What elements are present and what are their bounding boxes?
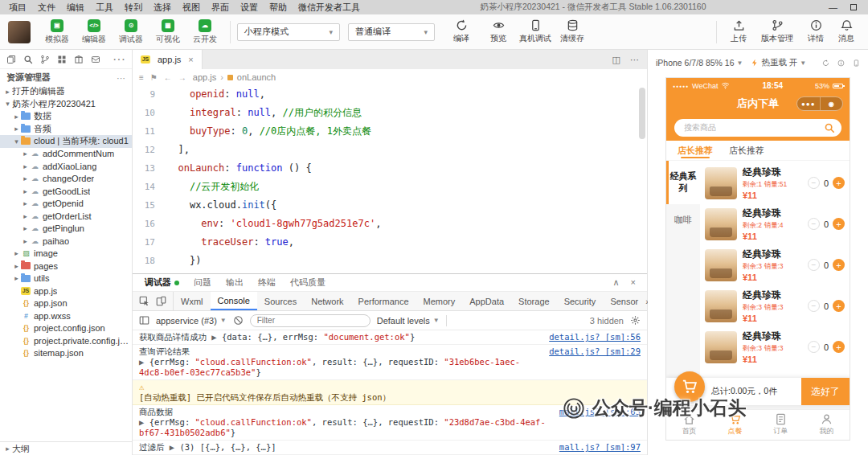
code-line[interactable]: 14 //云开发初始化 [133, 178, 647, 196]
code-line[interactable]: 10 integral: null, //用户的积分信息 [133, 104, 647, 122]
hot-reload-toggle[interactable]: 热重载 开▼ [751, 57, 806, 68]
inspect-element-icon[interactable] [139, 296, 149, 306]
debugger-tab-代码质量[interactable]: 代码质量 [283, 277, 333, 289]
package-icon[interactable] [74, 55, 84, 64]
tree-item[interactable]: ▸音频 [0, 123, 132, 136]
tree-item[interactable]: ▸☁getPinglun [0, 223, 132, 236]
devtools-tab-Console[interactable]: Console [211, 292, 257, 310]
plus-button[interactable]: + [833, 218, 845, 230]
tree-item[interactable]: #app.wxss [0, 309, 132, 322]
capsule-close-icon[interactable]: ◉ [821, 97, 843, 110]
log-levels-select[interactable]: Default levels▼ [377, 316, 440, 326]
search-icon[interactable] [23, 55, 33, 64]
devtools-tab-Wxml[interactable]: Wxml [174, 292, 211, 310]
debugger-tab-终端[interactable]: 终端 [251, 277, 283, 289]
console-settings-icon[interactable] [630, 315, 641, 326]
minus-button[interactable]: − [808, 259, 820, 271]
tree-item[interactable]: ▸打开的编辑器 [0, 85, 132, 98]
console-source-link[interactable]: mall.js? [sm]:97 [559, 442, 641, 453]
debugger-tab-问题[interactable]: 问题 [186, 277, 219, 289]
outline-section[interactable]: ▸ 大纲 [0, 441, 132, 455]
phone-tab-点餐[interactable]: 点餐 [712, 410, 758, 440]
console-sidebar-icon[interactable] [139, 315, 149, 326]
toolbar-visualizer-button[interactable]: ▦可视化 [149, 16, 186, 48]
devtools-tab-Performance[interactable]: Performance [351, 292, 416, 310]
devtools-tab-Storage[interactable]: Storage [511, 292, 557, 310]
minimize-button[interactable]: — [829, 2, 837, 12]
outline-menu-icon[interactable]: ≡ [139, 73, 144, 82]
refresh-simulator-icon[interactable] [822, 58, 829, 68]
code-line[interactable]: 13 onLaunch: function () { [133, 159, 647, 178]
version-button[interactable]: 版本管理 [754, 16, 800, 48]
tree-item[interactable]: ▸☁changeOrder [0, 173, 132, 186]
menu-item[interactable]: 文件 [32, 2, 61, 14]
menu-item[interactable]: 转到 [119, 2, 148, 14]
console-source-link[interactable]: detail.js? [sm]:29 [549, 346, 641, 378]
explorer-more-icon[interactable]: ··· [117, 73, 125, 83]
search-field[interactable] [684, 123, 824, 132]
tree-item[interactable]: ▸☁getOpenid [0, 198, 132, 211]
device-select[interactable]: iPhone 6/7/8 85% 16▼ [656, 58, 743, 68]
plus-button[interactable]: + [833, 177, 845, 189]
collapse-panel-icon[interactable]: ∧ [613, 277, 620, 288]
console-source-link[interactable]: mall.js? [sm]:63 [559, 407, 641, 438]
category-item[interactable]: 咖啡 [666, 204, 700, 236]
code-line[interactable]: 18 }) [133, 252, 647, 270]
avatar[interactable] [8, 21, 31, 43]
tree-item[interactable]: ▸▨image [0, 248, 132, 260]
code-line[interactable]: 9 openid: null, [133, 85, 647, 104]
mode-select[interactable]: 小程序模式▾ [237, 23, 340, 41]
category-item[interactable]: 经典系列 [666, 161, 700, 204]
recommend-tab[interactable]: 店长推荐 [678, 141, 713, 160]
tree-item[interactable]: {}project.private.config.json [0, 334, 132, 347]
confirm-button[interactable]: 选好了 [801, 378, 850, 405]
breadcrumb-item[interactable]: onLaunch [237, 72, 276, 82]
menu-item[interactable]: 帮助 [264, 2, 293, 14]
code-line[interactable]: 11 buyType: 0, //0店内点餐, 1外卖点餐 [133, 122, 647, 141]
messages-button[interactable]: 消息 [831, 16, 862, 48]
mail-icon[interactable] [91, 55, 100, 64]
menu-item[interactable]: 编辑 [61, 2, 90, 14]
tree-item[interactable]: ▸☁addXiaoLiang [0, 160, 132, 173]
phone-tab-我的[interactable]: 我的 [804, 410, 850, 440]
tree-item[interactable]: ▸☁getGoodList [0, 185, 132, 198]
minus-button[interactable]: − [808, 218, 820, 230]
compile-button[interactable]: 编译 [443, 16, 480, 48]
code-line[interactable]: 12 ], [133, 141, 647, 159]
devtools-tab-Sources[interactable]: Sources [257, 292, 304, 310]
maximize-button[interactable] [850, 4, 857, 10]
tree-item[interactable]: ▸pages [0, 260, 132, 273]
split-editor-icon[interactable]: ◫ [612, 55, 620, 65]
minus-button[interactable]: − [808, 341, 820, 353]
code-editor[interactable]: 9 openid: null,10 integral: null, //用户的积… [133, 85, 647, 273]
minus-button[interactable]: − [808, 300, 820, 312]
files-icon[interactable] [6, 55, 16, 64]
tree-item[interactable]: {}sitemap.json [0, 347, 132, 360]
nav-forward-icon[interactable]: → [178, 73, 186, 82]
plus-button[interactable]: + [833, 300, 845, 312]
breadcrumb-item[interactable]: app.js [193, 72, 216, 82]
capsule-more-icon[interactable]: ●●● [797, 97, 821, 110]
console-source-link[interactable]: detail.js? [sm]:56 [549, 332, 641, 342]
device-toolbar-icon[interactable] [156, 296, 166, 306]
upload-button[interactable]: 上传 [723, 16, 754, 48]
plus-button[interactable]: + [833, 341, 845, 353]
tree-item[interactable]: {}project.config.json [0, 322, 132, 335]
toolbar-simulator-button[interactable]: ▣模拟器 [39, 16, 76, 48]
compile-mode-select[interactable]: 普通编译▾ [348, 23, 435, 41]
device-frame-icon[interactable] [853, 58, 860, 68]
devtools-tab-Memory[interactable]: Memory [416, 292, 463, 310]
tree-item[interactable]: ▾cloud | 当前环境: cloud1 [0, 135, 132, 148]
cart-button[interactable] [674, 371, 705, 402]
console-filter-input[interactable] [250, 314, 371, 327]
menu-item[interactable]: 选择 [148, 2, 177, 14]
code-line[interactable]: 16 env: 'cloud1-8gwh77g5ad251e7c', [133, 215, 647, 233]
menu-item[interactable]: 工具 [90, 2, 119, 14]
phone-tab-订单[interactable]: 订单 [758, 410, 804, 440]
tree-item[interactable]: ▸☁addCommentNum [0, 148, 132, 161]
git-branch-icon[interactable] [40, 55, 50, 64]
clear-cache-button[interactable]: 清缓存 [554, 16, 591, 48]
simulator-info-icon[interactable] [837, 58, 845, 68]
tree-item[interactable]: ▸utils [0, 273, 132, 285]
tree-item[interactable]: ▾奶茶小程序20230421 [0, 98, 132, 111]
